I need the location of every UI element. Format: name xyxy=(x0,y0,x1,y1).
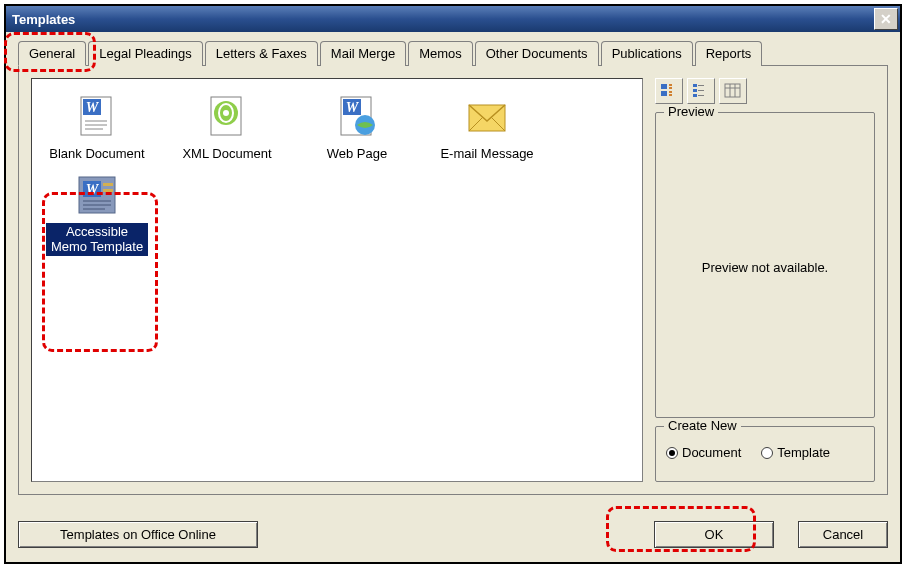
web-doc-icon: W xyxy=(333,93,381,141)
bottom-button-bar: Templates on Office Online OK Cancel xyxy=(18,521,888,548)
close-button[interactable]: ✕ xyxy=(874,8,898,30)
svg-rect-23 xyxy=(669,84,672,86)
right-panel: Preview Preview not available. Create Ne… xyxy=(655,78,875,482)
tab-general[interactable]: General xyxy=(18,41,86,66)
template-email-message[interactable]: E-mail Message xyxy=(432,89,542,167)
large-icons-icon xyxy=(660,83,678,99)
svg-rect-33 xyxy=(698,95,704,96)
radio-icon xyxy=(761,447,773,459)
svg-text:W: W xyxy=(86,182,100,197)
word-template-icon: W xyxy=(73,171,121,219)
svg-rect-34 xyxy=(725,84,740,97)
ok-button[interactable]: OK xyxy=(654,521,774,548)
tab-letters-faxes[interactable]: Letters & Faxes xyxy=(205,41,318,66)
template-label: Web Page xyxy=(306,145,408,163)
template-xml-document[interactable]: XML Document xyxy=(172,89,282,167)
radio-label: Document xyxy=(682,445,741,460)
view-details-button[interactable] xyxy=(719,78,747,104)
svg-rect-28 xyxy=(693,84,697,87)
radio-template[interactable]: Template xyxy=(761,445,830,460)
svg-rect-26 xyxy=(669,91,672,93)
window-title: Templates xyxy=(12,12,75,27)
close-icon: ✕ xyxy=(880,11,892,27)
svg-rect-29 xyxy=(698,85,704,86)
svg-rect-25 xyxy=(661,91,667,96)
tab-memos[interactable]: Memos xyxy=(408,41,473,66)
titlebar: Templates ✕ xyxy=(6,6,900,32)
tab-content: W Blank Document XML Document W Web Page xyxy=(18,65,888,495)
svg-rect-24 xyxy=(669,87,672,89)
svg-text:W: W xyxy=(346,100,360,115)
word-doc-icon: W xyxy=(73,93,121,141)
svg-rect-30 xyxy=(693,89,697,92)
radio-label: Template xyxy=(777,445,830,460)
view-large-icons-button[interactable] xyxy=(655,78,683,104)
create-new-group: Create New Document Template xyxy=(655,426,875,482)
template-label: XML Document xyxy=(176,145,278,163)
svg-rect-27 xyxy=(669,94,672,96)
svg-rect-31 xyxy=(698,90,704,91)
template-label: Accessible Memo Template xyxy=(46,223,148,256)
templates-online-button[interactable]: Templates on Office Online xyxy=(18,521,258,548)
tab-reports[interactable]: Reports xyxy=(695,41,763,66)
svg-rect-17 xyxy=(103,183,113,186)
template-label: Blank Document xyxy=(46,145,148,163)
tab-publications[interactable]: Publications xyxy=(601,41,693,66)
svg-rect-18 xyxy=(103,189,113,192)
tab-bar: General Legal Pleadings Letters & Faxes … xyxy=(18,40,888,65)
view-buttons xyxy=(655,78,875,104)
xml-doc-icon xyxy=(203,93,251,141)
preview-text: Preview not available. xyxy=(702,260,828,275)
template-web-page[interactable]: W Web Page xyxy=(302,89,412,167)
radio-icon xyxy=(666,447,678,459)
svg-point-8 xyxy=(223,110,229,116)
email-icon xyxy=(463,93,511,141)
tab-legal-pleadings[interactable]: Legal Pleadings xyxy=(88,41,203,66)
template-accessible-memo[interactable]: W Accessible Memo Template xyxy=(42,167,152,260)
preview-group: Preview Preview not available. xyxy=(655,112,875,418)
details-icon xyxy=(724,83,742,99)
radio-document[interactable]: Document xyxy=(666,445,741,460)
preview-group-label: Preview xyxy=(664,104,718,119)
svg-rect-22 xyxy=(661,84,667,89)
view-list-button[interactable] xyxy=(687,78,715,104)
tab-other-documents[interactable]: Other Documents xyxy=(475,41,599,66)
list-icon xyxy=(692,83,710,99)
svg-rect-32 xyxy=(693,94,697,97)
cancel-button[interactable]: Cancel xyxy=(798,521,888,548)
create-new-group-label: Create New xyxy=(664,418,741,433)
svg-text:W: W xyxy=(86,100,100,115)
tab-mail-merge[interactable]: Mail Merge xyxy=(320,41,406,66)
template-label: E-mail Message xyxy=(436,145,538,163)
template-blank-document[interactable]: W Blank Document xyxy=(42,89,152,167)
template-list: W Blank Document XML Document W Web Page xyxy=(31,78,643,482)
